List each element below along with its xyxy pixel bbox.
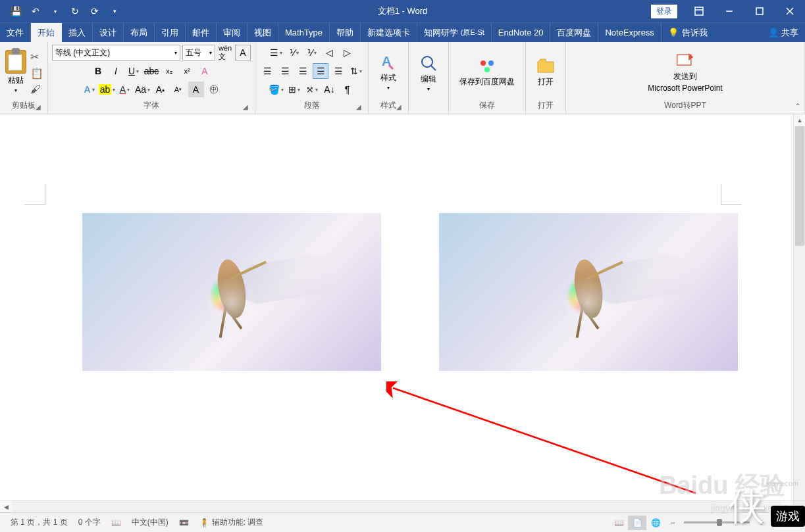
document-image-1[interactable] (82, 213, 381, 371)
justify-button[interactable]: ☰ (313, 63, 328, 79)
char-border-button[interactable]: A (235, 45, 251, 60)
undo-icon[interactable]: ↶ (26, 2, 45, 20)
paste-button[interactable]: 粘贴 ▾ (4, 49, 28, 95)
italic-button[interactable]: I (108, 63, 124, 79)
tab-file[interactable]: 文件 (0, 23, 31, 42)
maximize-icon[interactable] (744, 0, 775, 22)
dialog-launcher-icon[interactable]: ◢ (242, 103, 249, 111)
tab-layout[interactable]: 布局 (124, 23, 155, 42)
clear-format-button[interactable]: A (197, 63, 213, 79)
tab-insert[interactable]: 插入 (62, 23, 93, 42)
decrease-indent-button[interactable]: ◁ (322, 45, 338, 60)
zoom-level[interactable]: 150% (769, 518, 800, 527)
cut-icon[interactable]: ✂ (30, 51, 43, 63)
tab-cnki[interactable]: 知网研学 (原E-St (417, 23, 492, 42)
save-icon[interactable]: 💾 (7, 2, 25, 20)
asian-layout-button[interactable]: ⤧▾ (304, 82, 320, 97)
save-to-baidu-button[interactable]: 保存到百度网盘 (453, 54, 521, 90)
dialog-launcher-icon[interactable]: ◢ (355, 103, 363, 111)
underline-button[interactable]: U▾ (126, 63, 142, 79)
distributed-button[interactable]: ☰ (330, 63, 346, 79)
macro-icon[interactable]: 📼 (174, 518, 194, 527)
sync-icon[interactable]: ⟳ (86, 2, 104, 20)
shrink-font-button[interactable]: A▾ (170, 82, 186, 97)
language-status[interactable]: 中文(中国) (126, 517, 174, 528)
document-area[interactable] (0, 114, 805, 512)
horizontal-scrollbar[interactable]: ◀ ▶ (0, 500, 793, 512)
line-spacing-button[interactable]: ⇅▾ (348, 63, 364, 79)
web-layout-icon[interactable]: 🌐 (646, 516, 665, 530)
editing-button[interactable]: 编辑 ▾ (413, 51, 444, 95)
align-left-button[interactable]: ☰ (259, 63, 275, 79)
char-shading-button[interactable]: A (188, 82, 204, 97)
tell-me-search[interactable]: 💡 告诉我 (662, 23, 714, 42)
redo-icon[interactable]: ↻ (66, 2, 84, 20)
strikethrough-button[interactable]: abc (143, 63, 159, 79)
tab-help[interactable]: 帮助 (330, 23, 361, 42)
tab-newtab[interactable]: 新建选项卡 (361, 23, 417, 42)
tab-mailings[interactable]: 邮件 (186, 23, 217, 42)
qat-more-icon[interactable]: ▾ (105, 2, 124, 20)
tab-references[interactable]: 引用 (155, 23, 186, 42)
enclose-char-button[interactable]: ㊥ (206, 82, 222, 97)
minimize-icon[interactable] (714, 0, 744, 22)
tab-review[interactable]: 审阅 (217, 23, 247, 42)
print-layout-icon[interactable]: 📄 (628, 516, 646, 530)
undo-drop-icon[interactable]: ▾ (46, 2, 65, 20)
tab-view[interactable]: 视图 (247, 23, 278, 42)
collapse-ribbon-icon[interactable]: ⌃ (794, 102, 801, 111)
open-button[interactable]: 打开 (530, 54, 561, 90)
change-case-button[interactable]: Aa▾ (135, 82, 151, 97)
format-painter-icon[interactable]: 🖌 (30, 84, 43, 95)
copy-icon[interactable]: 📋 (30, 67, 43, 80)
bold-button[interactable]: B (90, 63, 106, 79)
scroll-left-icon[interactable]: ◀ (0, 501, 12, 513)
share-button[interactable]: 👤 共享 (762, 23, 805, 42)
send-to-ppt-button[interactable]: 发送到 Microsoft PowerPoint (641, 49, 729, 95)
superscript-button[interactable]: x² (179, 63, 195, 79)
dialog-launcher-icon[interactable]: ◢ (395, 103, 403, 111)
close-icon[interactable] (775, 0, 805, 22)
read-mode-icon[interactable]: 📖 (610, 516, 628, 530)
align-center-button[interactable]: ☰ (277, 63, 293, 79)
font-color-button[interactable]: A▾ (117, 82, 133, 97)
phonetic-guide-button[interactable]: wén文 (217, 45, 233, 60)
vertical-scrollbar[interactable]: ▲ ▼ (793, 114, 805, 512)
login-button[interactable]: 登录 (651, 5, 677, 18)
tab-design[interactable]: 设计 (93, 23, 124, 42)
highlight-button[interactable]: ab▾ (99, 82, 115, 97)
zoom-slider[interactable] (684, 521, 750, 523)
styles-button[interactable]: A 样式 ▾ (373, 50, 404, 93)
page-count[interactable]: 第 1 页，共 1 页 (5, 517, 73, 528)
sort-button[interactable]: A↓ (322, 82, 338, 97)
shading-button[interactable]: 🪣▾ (269, 82, 284, 97)
align-right-button[interactable]: ☰ (295, 63, 311, 79)
numbering-button[interactable]: ⅟▾ (286, 45, 302, 60)
zoom-in-icon[interactable]: + (754, 518, 769, 527)
borders-button[interactable]: ⊞▾ (286, 82, 302, 97)
show-marks-button[interactable]: ¶ (340, 82, 355, 97)
spellcheck-icon[interactable]: 📖 (106, 518, 126, 527)
tab-noteexpress[interactable]: NoteExpress (598, 23, 661, 42)
font-size-select[interactable]: 五号▾ (182, 45, 215, 60)
ribbon-options-icon[interactable] (684, 0, 714, 22)
tab-home[interactable]: 开始 (31, 23, 62, 42)
font-family-select[interactable]: 等线 (中文正文)▾ (52, 45, 180, 60)
scroll-thumb[interactable] (795, 126, 804, 246)
tab-mathtype[interactable]: MathType (278, 23, 330, 42)
zoom-out-icon[interactable]: − (665, 518, 680, 527)
tab-endnote[interactable]: EndNote 20 (492, 23, 551, 42)
increase-indent-button[interactable]: ▷ (340, 45, 355, 60)
scroll-right-icon[interactable]: ▶ (781, 501, 793, 513)
document-image-2[interactable] (439, 213, 738, 371)
text-effects-button[interactable]: A▾ (82, 82, 97, 97)
grow-font-button[interactable]: A▴ (153, 82, 169, 97)
scroll-up-icon[interactable]: ▲ (794, 114, 805, 126)
accessibility-status[interactable]: 🧍 辅助功能: 调查 (194, 517, 269, 528)
word-count[interactable]: 0 个字 (73, 517, 106, 528)
dialog-launcher-icon[interactable]: ◢ (34, 103, 42, 111)
bullets-button[interactable]: ☰▾ (269, 45, 284, 60)
tab-baidu[interactable]: 百度网盘 (550, 23, 598, 42)
subscript-button[interactable]: x₂ (161, 63, 177, 79)
multilevel-button[interactable]: ⅟▾ (304, 45, 320, 60)
